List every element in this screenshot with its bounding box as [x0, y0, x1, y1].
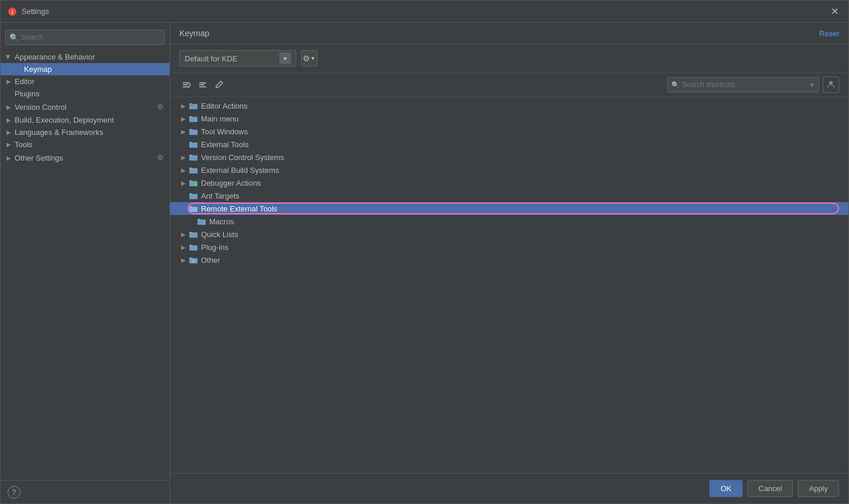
- sidebar-bottom: ?: [1, 480, 169, 503]
- folder-icon: [189, 101, 198, 110]
- sidebar-item-tools[interactable]: ▶ Tools: [1, 138, 169, 151]
- sidebar-item-appearance[interactable]: ▶ Appearance & Behavior: [1, 51, 169, 63]
- settings-window: i Settings ✕ 🔍 ▶ Appearance & Behavior ▶: [0, 0, 849, 504]
- sidebar-item-languages[interactable]: ▶ Languages & Frameworks: [1, 126, 169, 138]
- sidebar-item-other-settings[interactable]: ▶ Other Settings ⚙: [1, 151, 169, 165]
- tree-item-other[interactable]: ▶ ≡ Other: [170, 253, 848, 266]
- sidebar-item-editor[interactable]: ▶ Editor: [1, 75, 169, 88]
- expand-all-button[interactable]: [179, 78, 193, 92]
- svg-rect-5: [189, 103, 192, 105]
- svg-rect-27: [189, 232, 192, 233]
- window-title: Settings: [22, 7, 827, 16]
- tree-item-vcs[interactable]: ▶ Version Control Systems: [170, 151, 848, 164]
- expand-arrow-icon: ▶: [179, 127, 188, 135]
- sidebar-search-box[interactable]: 🔍: [5, 30, 165, 45]
- svg-rect-12: [189, 155, 197, 161]
- apply-button[interactable]: Apply: [798, 480, 839, 497]
- search-icon: 🔍: [9, 33, 19, 42]
- tree-search-box[interactable]: 🔍 ▼: [667, 77, 819, 92]
- folder-icon: [189, 230, 198, 239]
- folder-icon: [189, 165, 198, 175]
- folder-icon: [197, 217, 206, 226]
- gear-icon[interactable]: ⚙: [156, 152, 165, 163]
- reset-button[interactable]: Reset: [819, 29, 839, 38]
- tree-item-label: Debugger Actions: [201, 179, 261, 187]
- sidebar-item-build[interactable]: ▶ Build, Execution, Deployment: [1, 114, 169, 126]
- expand-arrow-icon: ▶: [5, 103, 12, 110]
- tree-item-ext-build[interactable]: ▶ External Build Systems: [170, 164, 848, 176]
- dropdown-arrow-icon: ▼: [279, 53, 291, 64]
- dropdown-small-icon[interactable]: ▼: [809, 82, 815, 88]
- folder-icon: [189, 140, 198, 149]
- ok-button[interactable]: OK: [709, 480, 743, 497]
- main-content: 🔍 ▶ Appearance & Behavior ▶ Keymap ▶ Edi…: [1, 23, 848, 503]
- cancel-button[interactable]: Cancel: [747, 480, 793, 497]
- tree-item-editor-actions[interactable]: ▶ Editor Actions: [170, 99, 848, 112]
- keymap-controls: Default for KDE ▼ ⚙▼: [170, 44, 848, 73]
- svg-rect-23: [189, 206, 192, 207]
- sidebar-item-label: Languages & Frameworks: [15, 128, 103, 137]
- sidebar-item-keymap[interactable]: ▶ Keymap: [1, 63, 169, 75]
- tree-item-label: External Tools: [201, 140, 248, 149]
- expand-arrow-icon: ▶: [179, 102, 188, 110]
- sidebar-item-plugins[interactable]: ▶ Plugins: [1, 88, 169, 100]
- tree-item-plug-ins[interactable]: ▶ Plug-ins: [170, 241, 848, 253]
- tree-item-quick-lists[interactable]: ▶ Quick Lists: [170, 228, 848, 241]
- expand-arrow-icon: ▶: [5, 117, 12, 124]
- sidebar-item-label: Other Settings: [15, 154, 63, 162]
- sidebar-item-label: Plugins: [15, 89, 40, 98]
- sidebar-item-label: Version Control: [15, 103, 67, 112]
- keymap-dropdown[interactable]: Default for KDE ▼: [179, 50, 296, 67]
- tree-item-label: Editor Actions: [201, 102, 248, 110]
- svg-rect-9: [189, 129, 192, 130]
- expand-arrow-icon: ▶: [179, 114, 188, 123]
- gear-icon[interactable]: ⚙: [156, 102, 165, 112]
- svg-text:✓: ✓: [194, 182, 196, 186]
- sidebar-search-input[interactable]: [21, 33, 161, 41]
- expand-arrow-icon: ▶: [5, 141, 12, 148]
- svg-rect-11: [189, 142, 192, 143]
- svg-rect-8: [189, 130, 197, 135]
- svg-text:≡: ≡: [192, 259, 195, 263]
- edit-button[interactable]: [212, 78, 226, 92]
- svg-rect-26: [189, 232, 197, 238]
- tree-item-main-menu[interactable]: ▶ Main menu: [170, 112, 848, 125]
- panel-header: Keymap Reset: [170, 23, 848, 44]
- right-panel: Keymap Reset Default for KDE ▼ ⚙▼: [170, 23, 848, 503]
- collapse-all-button[interactable]: [196, 78, 210, 92]
- bottom-bar: OK Cancel Apply: [170, 473, 848, 503]
- svg-rect-22: [189, 207, 197, 212]
- keymap-value: Default for KDE: [185, 54, 277, 63]
- tree-item-tool-windows[interactable]: ▶ Tool Windows: [170, 125, 848, 138]
- folder-icon: [189, 127, 198, 136]
- user-icon[interactable]: [823, 77, 839, 93]
- tree-content: ▶ Editor Actions ▶ Main menu ▶: [170, 97, 848, 473]
- folder-icon: [189, 152, 198, 162]
- tree-item-ant-targets[interactable]: ▶ Ant Targets: [170, 189, 848, 202]
- tree-item-label: Macros: [209, 217, 234, 226]
- close-button[interactable]: ✕: [827, 5, 841, 19]
- panel-title: Keymap: [179, 29, 819, 38]
- tree-item-debugger-actions[interactable]: ▶ ✓ Debugger Actions: [170, 176, 848, 189]
- svg-rect-24: [197, 220, 206, 225]
- tree-item-external-tools[interactable]: ▶ External Tools: [170, 138, 848, 151]
- search-icon: 🔍: [671, 81, 680, 89]
- expand-arrow-icon: ▶: [5, 154, 12, 161]
- tree-item-remote-external-tools[interactable]: ▶ Remote External Tools: [170, 202, 848, 215]
- svg-rect-28: [189, 245, 197, 251]
- folder-icon: ≡: [189, 255, 198, 265]
- help-button[interactable]: ?: [8, 486, 20, 499]
- svg-rect-14: [189, 168, 197, 173]
- tree-item-macros[interactable]: ▶ Macros: [170, 215, 848, 228]
- tree-item-label: Remote External Tools: [201, 204, 278, 213]
- tree-item-label: Ant Targets: [201, 192, 240, 200]
- tree-search-input[interactable]: [682, 81, 809, 89]
- tree-toolbar: 🔍 ▼: [170, 73, 848, 97]
- sidebar-item-version-control[interactable]: ▶ Version Control ⚙: [1, 100, 169, 114]
- keymap-gear-button[interactable]: ⚙▼: [301, 50, 317, 67]
- app-icon: i: [8, 7, 17, 16]
- svg-rect-17: [189, 180, 192, 182]
- sidebar-tree: ▶ Appearance & Behavior ▶ Keymap ▶ Edito…: [1, 50, 169, 480]
- tree-item-label: Quick Lists: [201, 230, 238, 239]
- svg-point-2: [829, 81, 833, 85]
